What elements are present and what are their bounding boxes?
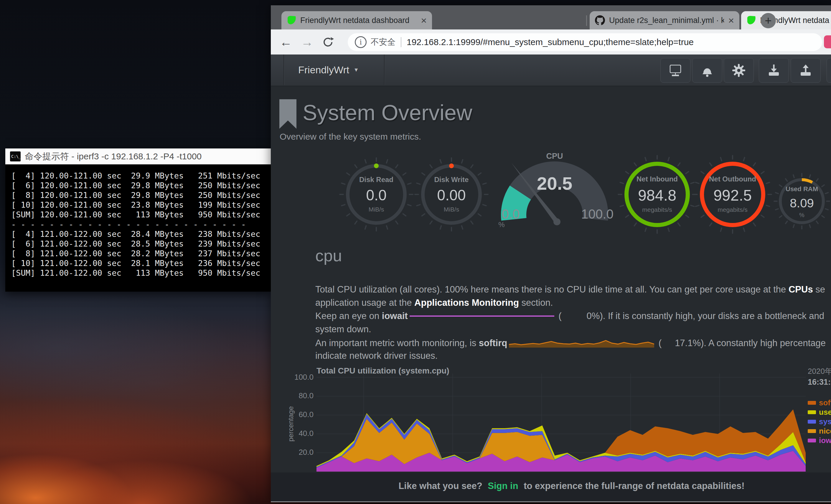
terminal-output-line: [SUM] 120.00-121.00 sec 113 MBytes 950 M… [11,210,271,219]
gauge-value: 984.8 [638,186,676,204]
text-run: ( [656,338,662,348]
gauge-unit: megabits/s [718,206,748,213]
gauge-unit: megabits/s [642,206,672,213]
text-run: application usage at the [315,297,414,308]
iowait-sparkline[interactable] [410,310,554,323]
text-run: An important metric worth monitoring, is [315,338,479,348]
url-bar[interactable]: i 不安全 192.168.2.1:19999/#menu_system_sub… [348,33,822,51]
terminal-output-line: [ 10] 120.00-121.00 sec 23.8 MBytes 199 … [11,200,271,210]
url-text[interactable]: 192.168.2.1:19999/#menu_system_submenu_c… [407,37,694,47]
gear-icon [732,63,746,78]
description-line: system down. [315,323,831,336]
browser-window: FriendlyWrt netdata dashboard × Update r… [271,5,831,502]
terminal-output-line: [ 4] 121.00-122.00 sec 28.4 MBytes 238 M… [11,229,271,239]
terminal-output-line: [SUM] 121.00-122.00 sec 113 MBytes 950 M… [11,268,271,278]
terminal-output-line: [ 6] 120.00-121.00 sec 29.8 MBytes 250 M… [11,181,271,190]
upload-icon [798,63,813,78]
navbar-divider [284,55,284,85]
terminal-output-line: [ 10] 121.00-122.00 sec 28.1 MBytes 236 … [11,258,271,268]
signin-link[interactable]: Sign in [488,481,518,491]
bell-icon [700,63,714,78]
import-button[interactable] [759,58,789,83]
highlighted-term: CPUs [789,284,813,295]
reload-button[interactable] [319,29,337,55]
description-line: Keep an eye on iowait (0%). If it is con… [315,309,831,323]
gauge-label: CPU [546,152,563,161]
gauge-label: Net Inbound [636,175,678,183]
gauge-value: 992.5 [713,186,752,204]
terminal-output-line: - - - - - - - - - - - - - - - - - - - - … [11,219,271,229]
tab-close-icon[interactable]: × [728,15,734,25]
softirq-sparkline[interactable] [509,336,654,352]
security-label[interactable]: 不安全 [371,36,396,48]
signin-prefix: Like what you see? [398,481,482,491]
y-tick-label: 80.0 [287,391,314,400]
monitor-icon [668,63,683,78]
legend-item-softirq[interactable]: softirq [808,398,831,407]
gauge-unit: MiB/s [444,206,459,213]
legend-item-iowait[interactable]: iowait [808,436,831,445]
navbar-divider [384,55,384,85]
tab-github[interactable]: Update r2s_lean_minimal.yml · k × [590,11,739,29]
cmd-prompt-icon: C:\_ [10,151,21,161]
signin-suffix: to experience the full-range of netdata … [524,481,744,491]
gauge-value: 20.5 [537,173,573,194]
host-dropdown[interactable]: FriendlyWrt ▾ [298,55,358,85]
browser-toolbar: ← → i 不安全 192.168.2.1:19999/#menu_system… [271,29,831,55]
y-tick-label: 20.0 [287,448,314,457]
subsection-title: cpu [315,246,342,265]
back-button[interactable]: ← [277,29,295,55]
gauge-label: Used RAM [785,185,818,193]
settings-button[interactable] [724,58,754,83]
tab-divider [586,15,587,26]
section-subtitle: Overview of the key system metrics. [280,132,421,142]
cpu-utilization-chart[interactable] [316,374,806,472]
gauge-unit: % [498,220,505,229]
section-title: System Overview [303,100,472,125]
extension-icon[interactable] [824,35,831,48]
new-tab-button[interactable]: + [761,13,776,28]
text-run: se [813,284,825,295]
bookmark-icon [279,99,296,129]
tab-netdata-1[interactable]: FriendlyWrt netdata dashboard × [281,11,432,29]
chevron-down-icon: ▾ [354,66,358,73]
terminal-title: 命令提示符 - iperf3 -c 192.168.1.2 -P4 -t1000 [25,150,202,162]
highlighted-term: iowait [382,311,408,321]
netdata-page: FriendlyWrt ▾ [271,55,831,502]
legend-label: softirq [819,398,831,407]
text-run: section. [519,297,553,308]
terminal-output-line: [ 6] 121.00-122.00 sec 28.5 MBytes 239 M… [11,239,271,248]
legend-item-system[interactable]: system [808,417,831,426]
legend-label: iowait [819,436,831,445]
legend-swatch [808,429,816,433]
tab-close-icon[interactable]: × [421,15,427,25]
help-button[interactable] [827,58,831,83]
y-tick-label: 100.0 [287,373,314,382]
gauge-label: Disk Write [434,176,469,184]
netdata-navbar: FriendlyWrt ▾ [271,55,831,86]
legend-item-user[interactable]: user [808,407,831,417]
terminal-output-line: [ 8] 120.00-121.00 sec 29.8 MBytes 250 M… [11,190,271,200]
legend-label: nice [819,426,831,436]
legend-swatch [808,401,816,405]
legend-swatch [808,420,816,423]
forward-button[interactable]: → [298,29,316,55]
gauge-label: Disk Read [359,176,393,184]
terminal-title-bar[interactable]: C:\_ 命令提示符 - iperf3 -c 192.168.1.2 -P4 -… [5,148,271,165]
gauge-value: 8.09 [790,196,814,210]
chart-legend: 2020年3 16:31:2 softirqusersystemniceiowa… [808,366,831,445]
legend-time: 16:31:2 [808,378,831,387]
export-button[interactable] [791,58,821,83]
alarms-button[interactable] [692,58,722,83]
terminal-output[interactable]: [ 4] 120.00-121.00 sec 29.9 MBytes 251 M… [5,165,271,292]
tab-netdata-active[interactable]: FriendlyWrt netdata dashboard × [741,11,831,29]
github-icon [595,15,605,25]
page-info-icon[interactable]: i [355,36,367,48]
tab-strip: FriendlyWrt netdata dashboard × Update r… [271,5,831,29]
legend-items: softirqusersystemniceiowait [808,398,831,445]
text-run: Total CPU utilization (all cores). 100% … [315,284,789,295]
print-mode-button[interactable] [660,58,690,83]
gauge-unit: MiB/s [369,206,384,213]
reload-icon [322,36,334,48]
legend-item-nice[interactable]: nice [808,426,831,436]
